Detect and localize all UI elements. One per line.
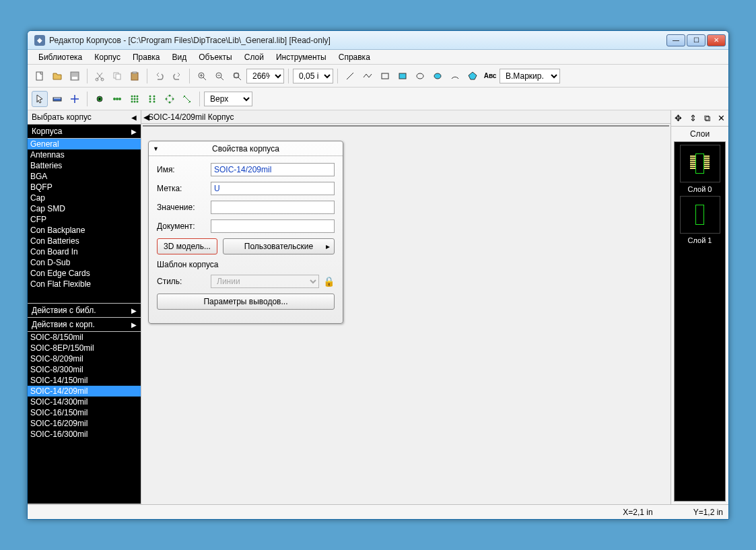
marker-select[interactable]: В.Маркир. bbox=[500, 69, 560, 83]
arc-tool-icon[interactable] bbox=[447, 68, 463, 84]
zoom-out-icon[interactable] bbox=[211, 68, 228, 84]
list-item[interactable]: Con Flat Flexible bbox=[28, 279, 141, 289]
svg-rect-0 bbox=[36, 72, 42, 80]
polygon-tool-icon[interactable] bbox=[465, 68, 481, 84]
text-tool-icon[interactable]: Авс bbox=[482, 68, 498, 84]
canvas[interactable] bbox=[143, 125, 669, 127]
list-item[interactable]: SOIC-14/300mil bbox=[28, 397, 141, 407]
move-icon[interactable]: ✥ bbox=[675, 113, 682, 123]
svg-point-33 bbox=[149, 95, 151, 97]
value-input[interactable] bbox=[211, 201, 335, 214]
list-item[interactable]: Batteries bbox=[28, 160, 141, 171]
close-button[interactable]: ✕ bbox=[707, 34, 726, 46]
mark-input[interactable] bbox=[211, 182, 335, 195]
pointer-tool-icon[interactable] bbox=[32, 91, 48, 107]
menu-Корпус[interactable]: Корпус bbox=[89, 51, 126, 63]
triangle-down-icon[interactable]: ▼ bbox=[153, 145, 159, 152]
new-icon[interactable] bbox=[32, 68, 48, 84]
titlebar[interactable]: ◆ Редактор Корпусов - [C:\Program Files\… bbox=[28, 31, 728, 50]
zoom-select[interactable]: 266% bbox=[246, 69, 284, 83]
origin-tool-icon[interactable] bbox=[67, 91, 83, 107]
pads-grid-icon[interactable] bbox=[127, 91, 143, 107]
pads-dual-icon[interactable] bbox=[144, 91, 160, 107]
user-fields-button[interactable]: Пользовательские▸ bbox=[223, 238, 335, 254]
redo-icon[interactable] bbox=[169, 68, 185, 84]
properties-title[interactable]: ▼ Свойства корпуса bbox=[149, 141, 343, 156]
doc-input[interactable] bbox=[211, 219, 335, 233]
side-select[interactable]: Верх bbox=[204, 92, 252, 106]
lock-icon[interactable]: 🔒 bbox=[323, 276, 335, 287]
open-icon[interactable] bbox=[49, 68, 65, 84]
polyline-tool-icon[interactable] bbox=[359, 68, 376, 84]
list-item[interactable]: BQFP bbox=[28, 182, 141, 193]
collapse-header-icon[interactable]: ◀ bbox=[141, 112, 151, 122]
fillellipse-tool-icon[interactable] bbox=[429, 68, 446, 84]
list-item[interactable]: General bbox=[28, 139, 141, 149]
pads-row-icon[interactable] bbox=[109, 91, 125, 107]
packages-list[interactable]: SOIC-8/150milSOIC-8EP/150milSOIC-8/209mi… bbox=[28, 332, 141, 504]
list-item[interactable]: SOIC-8/300mil bbox=[28, 364, 141, 375]
list-item[interactable]: Cap SMD bbox=[28, 203, 141, 214]
list-item[interactable]: Con Board In bbox=[28, 246, 141, 257]
rect-tool-icon[interactable] bbox=[377, 68, 393, 84]
list-item[interactable]: Con Edge Cards bbox=[28, 268, 141, 279]
canvas-header: ◀ SOIC-14/209mil Корпус bbox=[141, 110, 671, 124]
list-item[interactable]: CFP bbox=[28, 214, 141, 225]
ellipse-tool-icon[interactable] bbox=[412, 68, 428, 84]
libraries-list[interactable]: GeneralAntennasBatteriesBGABQFPCapCap SM… bbox=[28, 139, 141, 304]
save-icon[interactable] bbox=[67, 68, 83, 84]
zoom-in-icon[interactable] bbox=[194, 68, 210, 84]
choose-package-header[interactable]: Выбрать корпус ◀ bbox=[28, 110, 141, 125]
list-item[interactable]: SOIC-8EP/150mil bbox=[28, 343, 141, 353]
list-item[interactable]: Antennas bbox=[28, 149, 141, 160]
list-item[interactable]: Con Batteries bbox=[28, 236, 141, 246]
list-item[interactable]: Con Backplane bbox=[28, 225, 141, 236]
copy-icon[interactable] bbox=[109, 68, 125, 84]
cut-icon[interactable] bbox=[92, 68, 108, 84]
list-item[interactable]: BGA bbox=[28, 171, 141, 182]
grid-select[interactable]: 0,05 in bbox=[293, 69, 333, 83]
menu-Вид[interactable]: Вид bbox=[167, 51, 193, 63]
list-item[interactable]: SOIC-8/150mil bbox=[28, 332, 141, 343]
list-item[interactable]: SOIC-16/150mil bbox=[28, 407, 141, 418]
list-item[interactable]: SOIC-16/209mil bbox=[28, 418, 141, 429]
list-item[interactable]: Cap bbox=[28, 193, 141, 203]
menu-Слой[interactable]: Слой bbox=[239, 51, 269, 63]
maximize-button[interactable]: ☐ bbox=[687, 34, 706, 46]
collapse-left-icon[interactable]: ◀ bbox=[131, 114, 137, 121]
style-select: Линии bbox=[211, 275, 319, 288]
minimize-button[interactable]: — bbox=[666, 34, 685, 46]
line-tool-icon[interactable] bbox=[342, 68, 358, 84]
lib-actions-header[interactable]: Действия с библ. ▶ bbox=[28, 304, 141, 318]
pkg-actions-header[interactable]: Действия с корп. ▶ bbox=[28, 318, 141, 332]
name-input[interactable] bbox=[211, 163, 335, 176]
list-item[interactable]: SOIC-14/209mil bbox=[28, 386, 141, 397]
pad-icon[interactable] bbox=[92, 91, 108, 107]
zoom-fit-icon[interactable] bbox=[229, 68, 245, 84]
horizontal-scrollbar[interactable] bbox=[143, 125, 668, 126]
fillrect-tool-icon[interactable] bbox=[394, 68, 411, 84]
layer-thumb-1[interactable] bbox=[680, 196, 720, 234]
undo-icon[interactable] bbox=[151, 68, 168, 84]
close-panel-icon[interactable]: ✕ bbox=[718, 113, 725, 123]
pin-params-button[interactable]: Параметры выводов... bbox=[157, 294, 335, 310]
svg-point-15 bbox=[417, 73, 423, 79]
paste-icon[interactable] bbox=[127, 68, 143, 84]
pads-circle-icon[interactable] bbox=[162, 91, 178, 107]
collapse-icon[interactable]: ⇕ bbox=[689, 113, 697, 123]
menu-Библиотека[interactable]: Библиотека bbox=[33, 51, 88, 63]
layer-thumb-0[interactable] bbox=[680, 145, 720, 182]
list-item[interactable]: SOIC-16/300mil bbox=[28, 429, 141, 440]
menu-Инструменты[interactable]: Инструменты bbox=[271, 51, 332, 63]
dimension-icon[interactable] bbox=[179, 91, 195, 107]
menu-Справка[interactable]: Справка bbox=[333, 51, 376, 63]
list-item[interactable]: SOIC-8/209mil bbox=[28, 353, 141, 364]
menu-Правка[interactable]: Правка bbox=[127, 51, 166, 63]
ruler-tool-icon[interactable] bbox=[49, 91, 65, 107]
3d-model-button[interactable]: 3D модель... bbox=[157, 238, 217, 254]
menu-Объекты[interactable]: Объекты bbox=[193, 51, 238, 63]
libraries-header[interactable]: Корпуса ▶ bbox=[28, 125, 141, 139]
group-icon[interactable]: ⧉ bbox=[704, 113, 710, 124]
list-item[interactable]: Con D-Sub bbox=[28, 257, 141, 268]
list-item[interactable]: SOIC-14/150mil bbox=[28, 375, 141, 386]
